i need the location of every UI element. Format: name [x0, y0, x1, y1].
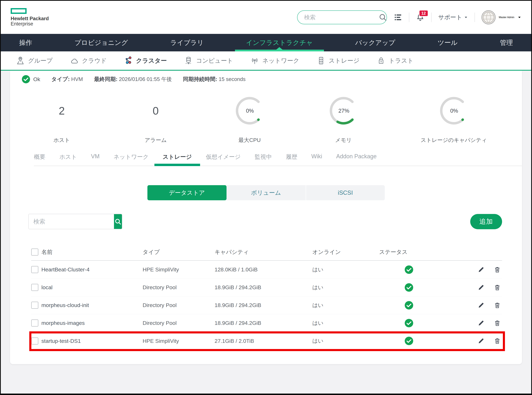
edit-pencil-icon[interactable] [477, 266, 485, 273]
avatar [482, 10, 496, 24]
table-search-button[interactable] [114, 214, 122, 229]
row-online: はい [312, 302, 379, 309]
notification-count-badge: 12 [419, 10, 428, 17]
stat-gauge: 0% [437, 90, 470, 132]
stat-ホスト: 2ホスト [15, 90, 109, 144]
subnav-item-label: クラスター [136, 57, 167, 65]
tab-ストレージ[interactable]: ストレージ [163, 153, 192, 161]
subnav-item-ネットワーク[interactable]: ネットワーク [250, 56, 299, 65]
subnav-item-ストレージ[interactable]: ストレージ [317, 56, 360, 65]
toggle-ボリューム[interactable]: ボリューム [227, 185, 306, 200]
subnav-item-グループ[interactable]: グループ [16, 56, 53, 65]
stat-label: 最大CPU [238, 137, 261, 144]
tab-ホスト[interactable]: ホスト [59, 153, 77, 161]
subnav-item-label: グループ [28, 57, 53, 65]
nav-item-管理[interactable]: 管理 [498, 34, 515, 51]
delete-trash-icon[interactable] [494, 302, 501, 309]
nav-item-ツール[interactable]: ツール [436, 34, 459, 51]
table-search-input[interactable] [29, 214, 114, 229]
row-checkbox[interactable] [31, 319, 38, 327]
cluster-status-bar: Ok タイプ: HVM最終同期: 2026/01/06 01:55 午後同期持続… [10, 71, 522, 84]
row-checkbox[interactable] [31, 337, 38, 345]
hpe-logo-line1: Hewlett Packard [11, 16, 49, 21]
table-body: HeartBeat-Cluster-4HPE SimpliVity128.0Ki… [31, 261, 502, 350]
stat-label: アラーム [145, 137, 167, 144]
status-ok-icon [404, 283, 414, 292]
cluster-icon [124, 56, 133, 65]
nav-item-インフラストラクチャ[interactable]: インフラストラクチャ [244, 34, 315, 51]
subnav-item-コンピュート[interactable]: コンピュート [184, 56, 233, 65]
add-button[interactable]: 追加 [470, 214, 502, 229]
table-row[interactable]: morpheus-imagesDirectory Pool18.9GiB / 2… [31, 314, 502, 332]
edit-pencil-icon[interactable] [477, 320, 485, 327]
storage-view-toggle: データストアボリュームiSCSI [10, 185, 522, 200]
support-menu[interactable]: サポート [438, 13, 468, 21]
notifications-bell-icon[interactable]: 12 [416, 13, 425, 22]
global-search-input[interactable] [304, 14, 378, 21]
row-checkbox[interactable] [31, 284, 38, 291]
row-checkbox[interactable] [31, 266, 38, 273]
table-row[interactable]: morpheus-cloud-initDirectory Pool18.9GiB… [31, 296, 502, 314]
row-online: はい [312, 337, 379, 345]
stat-label: ホスト [54, 137, 70, 144]
nav-item-プロビジョニング[interactable]: プロビジョニング [73, 34, 130, 51]
row-capacity: 18.9GiB / 294.2GiB [215, 284, 312, 291]
hpe-logo[interactable]: Hewlett Packard Enterprise [11, 8, 49, 26]
user-menu[interactable]: Master Admin [482, 10, 521, 24]
edit-pencil-icon[interactable] [477, 302, 485, 309]
subnav-item-label: コンピュート [196, 57, 233, 65]
nav-item-バックアップ[interactable]: バックアップ [354, 34, 397, 51]
status-ok-label: Ok [33, 76, 40, 82]
table-row[interactable]: startup-test-DS1HPE SimpliVity27.1GiB / … [31, 332, 502, 350]
subnav-item-クラウド[interactable]: クラウド [70, 56, 107, 65]
row-status [379, 283, 468, 292]
row-type: Directory Pool [143, 320, 215, 326]
trust-icon [377, 56, 386, 65]
delete-trash-icon[interactable] [494, 284, 501, 291]
status-field: 最終同期: 2026/01/06 01:55 午後 [94, 76, 172, 83]
row-actions [468, 302, 502, 309]
edit-pencil-icon[interactable] [477, 337, 485, 344]
tab-VM[interactable]: VM [91, 153, 100, 161]
subnav-item-クラスター[interactable]: クラスター [124, 56, 167, 65]
svg-text:0%: 0% [450, 108, 458, 114]
tab-ネットワーク[interactable]: ネットワーク [114, 153, 149, 161]
delete-trash-icon[interactable] [494, 320, 501, 327]
svg-text:27%: 27% [338, 108, 349, 114]
divider [475, 13, 475, 22]
stat-アラーム: 0アラーム [109, 90, 203, 144]
tab-概要[interactable]: 概要 [34, 153, 45, 161]
toggle-iSCSI[interactable]: iSCSI [306, 185, 385, 200]
row-name: HeartBeat-Cluster-4 [41, 266, 143, 273]
subnav-item-トラスト[interactable]: トラスト [377, 56, 414, 65]
tab-履歴[interactable]: 履歴 [286, 153, 297, 161]
tab-Wiki[interactable]: Wiki [311, 153, 322, 161]
stat-ストレージのキャパシティ: 0%ストレージのキャパシティ [390, 90, 517, 144]
select-all-checkbox[interactable] [31, 248, 38, 256]
toggle-データストア[interactable]: データストア [147, 185, 227, 200]
delete-trash-icon[interactable] [494, 337, 501, 344]
tab-監視中[interactable]: 監視中 [255, 153, 272, 161]
row-type: Directory Pool [143, 284, 215, 291]
subnav-item-label: ストレージ [329, 57, 360, 65]
subnav-item-label: クラウド [82, 57, 107, 65]
nav-item-ライブラリ[interactable]: ライブラリ [169, 34, 205, 51]
table-row[interactable]: HeartBeat-Cluster-4HPE SimpliVity128.0Ki… [31, 261, 502, 279]
datastore-table: 名前タイプキャパシティオンラインステータス HeartBeat-Cluster-… [31, 248, 502, 350]
stat-gauge: 27% [327, 90, 360, 132]
nav-item-操作[interactable]: 操作 [17, 34, 34, 51]
user-name: Master Admin [499, 16, 514, 19]
search-icon[interactable] [378, 13, 387, 22]
edit-pencil-icon[interactable] [477, 284, 485, 291]
stat-label: メモリ [335, 137, 352, 144]
table-row[interactable]: localDirectory Pool18.9GiB / 294.2GiBはい [31, 279, 502, 296]
column-header-ステータス: ステータス [379, 248, 468, 256]
svg-text:0%: 0% [246, 108, 254, 114]
subnav-item-label: トラスト [389, 57, 414, 65]
activity-list-icon[interactable] [394, 13, 402, 22]
stat-最大CPU: 0%最大CPU [203, 90, 297, 144]
delete-trash-icon[interactable] [494, 266, 501, 273]
row-checkbox[interactable] [31, 302, 38, 309]
tab-仮想イメージ[interactable]: 仮想イメージ [206, 153, 241, 161]
tab-Addon Package[interactable]: Addon Package [336, 153, 377, 161]
